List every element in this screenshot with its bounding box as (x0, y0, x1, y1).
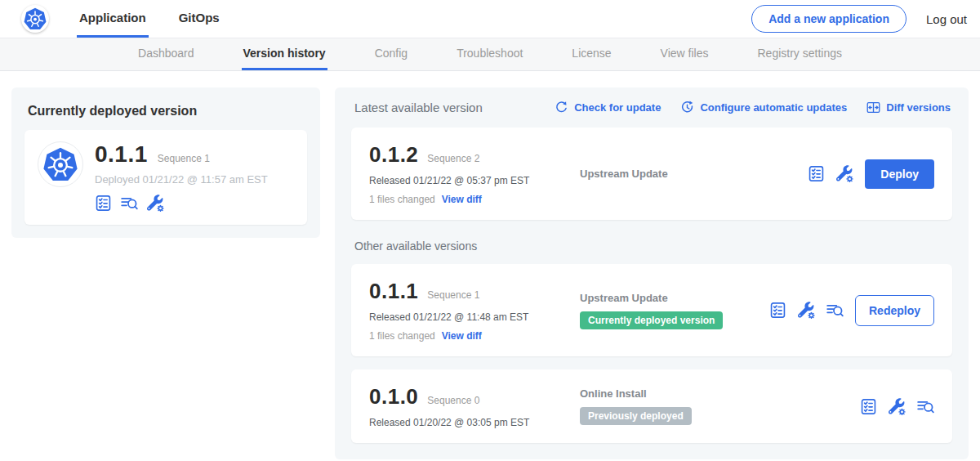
available-versions-panel: Latest available version Check for updat… (335, 87, 969, 459)
deployed-timestamp: Deployed 01/21/22 @ 11:57 am EST (95, 173, 268, 186)
deploy-logs-icon[interactable] (121, 195, 138, 212)
currently-deployed-panel: Currently deployed version 0.1.1 Sequenc… (11, 87, 320, 238)
logout-link[interactable]: Log out (926, 12, 967, 26)
files-changed-label: 1 files changed (369, 330, 435, 342)
schedule-icon (680, 101, 694, 114)
tab-license[interactable]: License (570, 38, 612, 70)
app-icon (38, 141, 83, 187)
configure-automatic-updates-link[interactable]: Configure automatic updates (680, 101, 847, 114)
app-tabs: Application GitOps (77, 0, 222, 38)
view-diff-link[interactable]: View diff (442, 330, 482, 342)
version-source-label: Online Install (580, 387, 850, 400)
release-notes-icon[interactable] (95, 195, 112, 212)
tab-gitops[interactable]: GitOps (176, 0, 222, 38)
version-card-0-1-2: 0.1.2 Sequence 2 Released 01/21/22 @ 05:… (351, 128, 952, 220)
config-icon[interactable] (147, 195, 164, 212)
version-number: 0.1.1 (369, 279, 418, 304)
config-icon[interactable] (836, 165, 853, 182)
released-timestamp: Released 01/21/22 @ 11:48 am EST (369, 311, 580, 323)
redeploy-button[interactable]: Redeploy (855, 295, 934, 326)
files-changed-label: 1 files changed (369, 194, 435, 205)
release-notes-icon[interactable] (860, 398, 877, 415)
check-for-update-link[interactable]: Check for update (555, 101, 661, 114)
tab-config[interactable]: Config (373, 38, 409, 70)
latest-available-title: Latest available version (354, 101, 483, 114)
deployed-version-number: 0.1.1 (95, 141, 148, 168)
view-diff-link[interactable]: View diff (442, 194, 482, 205)
deployed-panel-title: Currently deployed version (28, 104, 307, 119)
previously-deployed-badge: Previously deployed (580, 407, 692, 425)
diff-versions-label: Diff versions (886, 101, 951, 114)
tab-application[interactable]: Application (77, 0, 149, 38)
released-timestamp: Released 01/21/22 @ 05:37 pm EST (369, 175, 580, 186)
kubernetes-logo (21, 5, 49, 33)
deploy-button[interactable]: Deploy (865, 159, 934, 189)
sequence-label: Sequence 1 (427, 289, 479, 301)
deployed-sequence-label: Sequence 1 (158, 153, 210, 164)
tab-dashboard[interactable]: Dashboard (136, 38, 196, 70)
version-card-0-1-1: 0.1.1 Sequence 1 Released 01/21/22 @ 11:… (351, 264, 952, 356)
refresh-icon (555, 101, 568, 114)
version-number: 0.1.0 (369, 384, 418, 410)
version-source-label: Upstream Update (580, 168, 798, 180)
top-nav: Application GitOps Add a new application… (0, 0, 980, 38)
deploy-logs-icon[interactable] (917, 398, 934, 415)
app-subnav: Dashboard Version history Config Trouble… (0, 38, 980, 71)
version-card-0-1-0: 0.1.0 Sequence 0 Released 01/20/22 @ 03:… (351, 369, 952, 443)
deploy-logs-icon[interactable] (826, 302, 844, 319)
diff-icon (866, 101, 880, 114)
config-icon[interactable] (798, 302, 815, 319)
release-notes-icon[interactable] (769, 302, 786, 319)
release-notes-icon[interactable] (808, 165, 825, 182)
released-timestamp: Released 01/20/22 @ 03:05 pm EST (369, 417, 580, 428)
tab-version-history[interactable]: Version history (242, 38, 327, 70)
sequence-label: Sequence 2 (427, 153, 479, 164)
version-source-label: Upstream Update (580, 292, 760, 304)
tab-registry-settings[interactable]: Registry settings (756, 38, 844, 70)
tab-troubleshoot[interactable]: Troubleshoot (455, 38, 524, 70)
configure-automatic-updates-label: Configure automatic updates (700, 101, 847, 114)
add-application-button[interactable]: Add a new application (751, 5, 906, 33)
currently-deployed-badge: Currently deployed version (580, 311, 723, 329)
other-versions-title: Other available versions (354, 239, 951, 253)
sequence-label: Sequence 0 (427, 395, 479, 406)
version-number: 0.1.2 (369, 142, 418, 168)
tab-view-files[interactable]: View files (659, 38, 710, 70)
check-for-update-label: Check for update (574, 101, 661, 114)
diff-versions-link[interactable]: Diff versions (866, 101, 951, 114)
config-icon[interactable] (889, 398, 906, 415)
deployed-version-card: 0.1.1 Sequence 1 Deployed 01/21/22 @ 11:… (24, 130, 307, 225)
